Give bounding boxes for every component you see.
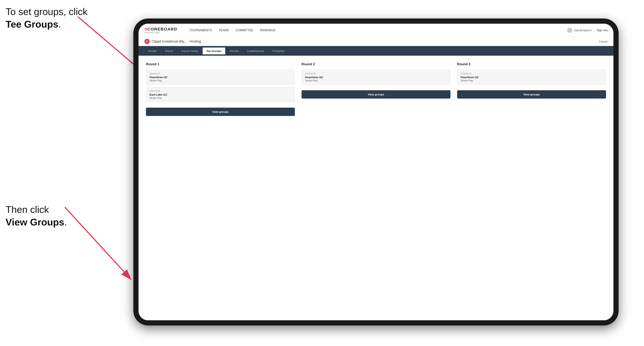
- round-1-course-b-type: Stroke Play: [150, 97, 291, 99]
- round-1-course-b-label: (Course B): [150, 90, 291, 92]
- round-2-view-groups-button[interactable]: View groups: [302, 90, 450, 99]
- round-2-course-a-name: Peachtree GC: [305, 76, 447, 79]
- round-1-view-groups-button[interactable]: View groups: [146, 108, 295, 116]
- nav-right: blair@clippd.io | Sign out: [567, 28, 608, 33]
- sign-out-link[interactable]: Sign out: [596, 28, 608, 33]
- tournament-logo: C: [144, 39, 150, 44]
- tab-printables[interactable]: Printables: [269, 47, 288, 54]
- round-1-course-b-card: (Course B) East Lake GC Stroke Play: [146, 87, 295, 102]
- round-2-title: Round 2: [302, 62, 450, 66]
- round-1-title: Round 1: [146, 62, 295, 66]
- tab-bar: Details Teams Course Setup Tee Groups Re…: [138, 46, 614, 56]
- logo-sub: Powered by clippit: [144, 32, 178, 34]
- logo-area: SCOREBOARD Powered by clippit: [144, 27, 178, 34]
- round-3-course-a-card: (Course A) Peachtree GC Stroke Play: [457, 70, 606, 85]
- round-3-course-a-name: Peachtree GC: [461, 76, 602, 79]
- instruction-bottom: Then click View Groups.: [6, 203, 67, 228]
- tee-groups-highlight: Tee Groups: [6, 19, 58, 30]
- tablet-screen: SCOREBOARD Powered by clippit TOURNAMENT…: [138, 24, 614, 320]
- round-1-course-a-label: (Course A): [150, 72, 291, 75]
- round-2-column: Round 2 (Course A) Peachtree GC Stroke P…: [302, 62, 450, 116]
- tab-details[interactable]: Details: [144, 47, 160, 54]
- round-2-course-a-label: (Course A): [305, 72, 447, 75]
- tab-tee-groups[interactable]: Tee Groups: [203, 47, 225, 54]
- tab-teams[interactable]: Teams: [161, 47, 177, 54]
- round-1-course-a-name: Peachtree GC: [150, 76, 291, 79]
- round-3-title: Round 3: [457, 62, 606, 66]
- round-2-course-a-type: Stroke Play: [305, 79, 447, 82]
- tablet-device: SCOREBOARD Powered by clippit TOURNAMENT…: [133, 18, 619, 326]
- nav-rankings[interactable]: RANKINGS: [260, 28, 276, 33]
- round-1-course-b-name: East Lake GC: [150, 93, 291, 96]
- instruction-top: To set groups, click Tee Groups.: [6, 5, 88, 30]
- round-1-course-a-card: (Course A) Peachtree GC Stroke Play: [146, 70, 295, 85]
- nav-links: TOURNAMENTS TEAMS COMMITTEE RANKINGS: [189, 28, 560, 33]
- user-avatar: [567, 28, 572, 33]
- nav-teams[interactable]: TEAMS: [219, 28, 229, 33]
- round-1-column: Round 1 (Course A) Peachtree GC Stroke P…: [146, 62, 295, 116]
- logo-text: SCOREBOARD: [144, 27, 178, 32]
- round-1-course-a-type: Stroke Play: [150, 79, 291, 82]
- round-3-course-a-type: Stroke Play: [461, 79, 602, 82]
- tab-results[interactable]: Results: [226, 47, 243, 54]
- round-3-column: Round 3 (Course A) Peachtree GC Stroke P…: [457, 62, 606, 116]
- rounds-container: Round 1 (Course A) Peachtree GC Stroke P…: [146, 62, 606, 116]
- tournament-name-text: Clippd Invitational (My... · Hosting: [152, 40, 201, 43]
- tournament-name-area: C Clippd Invitational (My... · Hosting: [144, 39, 201, 44]
- view-groups-highlight: View Groups: [6, 217, 64, 227]
- round-2-course-a-card: (Course A) Peachtree GC Stroke Play: [302, 70, 450, 85]
- user-email: blair@clippd.io: [574, 29, 592, 32]
- cancel-button[interactable]: Cancel: [599, 40, 608, 43]
- sub-header: C Clippd Invitational (My... · Hosting C…: [138, 37, 614, 46]
- nav-tournaments[interactable]: TOURNAMENTS: [189, 28, 212, 33]
- tab-course-setup[interactable]: Course Setup: [178, 47, 202, 54]
- svg-line-3: [65, 207, 124, 272]
- nav-committee[interactable]: COMMITTEE: [236, 28, 254, 33]
- top-nav: SCOREBOARD Powered by clippit TOURNAMENT…: [138, 24, 614, 37]
- main-content: Round 1 (Course A) Peachtree GC Stroke P…: [138, 56, 614, 320]
- round-3-view-groups-button[interactable]: View groups: [457, 90, 606, 99]
- tab-leaderboards[interactable]: Leaderboards: [244, 47, 268, 54]
- round-3-course-a-label: (Course A): [461, 72, 602, 75]
